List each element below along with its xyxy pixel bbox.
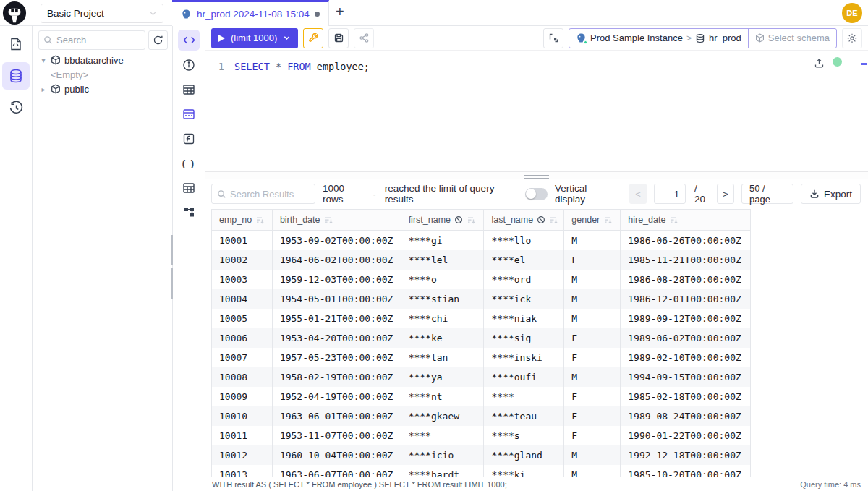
table-cell[interactable]: 1963-06-07T00:00:00Z xyxy=(273,465,401,477)
tab-dependencies[interactable] xyxy=(178,202,200,223)
table-cell[interactable]: M xyxy=(564,367,621,387)
tab-tables[interactable] xyxy=(178,79,200,100)
sql-editor[interactable]: 1 SELECT * FROM employee; xyxy=(205,51,868,171)
sidebar-item-database[interactable] xyxy=(2,62,30,90)
table-cell[interactable]: F xyxy=(564,426,621,445)
table-cell[interactable]: M xyxy=(564,289,621,309)
sort-icon[interactable] xyxy=(255,215,265,225)
table-cell[interactable]: M xyxy=(564,309,621,328)
table-cell[interactable]: 10001 xyxy=(212,231,273,250)
table-cell[interactable]: ****ki xyxy=(484,465,564,477)
page-number-input[interactable] xyxy=(654,184,686,204)
sidebar-item-history[interactable] xyxy=(2,94,30,121)
table-cell[interactable]: 10012 xyxy=(212,445,273,465)
table-cell[interactable]: 10005 xyxy=(212,309,273,328)
table-cell[interactable]: 1986-12-01T00:00:00Z xyxy=(621,289,751,309)
table-cell[interactable]: 1989-06-02T00:00:00Z xyxy=(621,328,751,348)
caret-down-icon[interactable]: ▾ xyxy=(40,56,47,64)
table-cell[interactable]: 10002 xyxy=(212,250,273,270)
table-cell[interactable]: ****ick xyxy=(484,289,564,309)
new-tab-button[interactable]: + xyxy=(329,0,351,24)
table-cell[interactable]: F xyxy=(564,406,621,426)
table-cell[interactable]: 1989-08-24T00:00:00Z xyxy=(621,406,751,426)
next-page-button[interactable]: > xyxy=(717,184,734,204)
table-cell[interactable]: 1958-02-19T00:00:00Z xyxy=(273,367,401,387)
table-cell[interactable]: ****icio xyxy=(401,445,485,465)
table-cell[interactable]: ****ord xyxy=(484,270,564,289)
table-cell[interactable]: ****sig xyxy=(484,328,564,348)
instance-database-selector[interactable]: Prod Sample Instance > hr_prod xyxy=(569,33,748,43)
column-header-birth_date[interactable]: birth_date xyxy=(273,210,401,230)
table-cell[interactable]: 1989-02-10T00:00:00Z xyxy=(621,348,751,367)
column-header-hire_date[interactable]: hire_date xyxy=(621,210,751,230)
table-cell[interactable]: ****oufi xyxy=(484,367,564,387)
table-cell[interactable]: 1992-12-18T00:00:00Z xyxy=(621,445,751,465)
table-cell[interactable]: ****tan xyxy=(401,348,485,367)
table-cell[interactable]: ****ya xyxy=(401,367,485,387)
upload-sheet-icon[interactable] xyxy=(814,58,825,69)
table-cell[interactable]: 1964-06-02T00:00:00Z xyxy=(273,250,401,270)
table-cell[interactable]: 1985-11-21T00:00:00Z xyxy=(621,250,751,270)
table-cell[interactable]: 10008 xyxy=(212,367,273,387)
table-cell[interactable]: F xyxy=(564,387,621,406)
tree-item-bbdataarchive[interactable]: ▾ bbdataarchive xyxy=(33,53,172,67)
column-header-gender[interactable]: gender xyxy=(564,210,621,230)
sort-icon[interactable] xyxy=(603,215,613,225)
table-cell[interactable]: 1959-12-03T00:00:00Z xyxy=(273,270,401,289)
tab-sql-editor[interactable] xyxy=(178,30,200,51)
table-cell[interactable]: M xyxy=(564,445,621,465)
editor-results-divider[interactable] xyxy=(205,171,868,179)
table-cell[interactable]: 10004 xyxy=(212,289,273,309)
table-cell[interactable]: 1963-06-01T00:00:00Z xyxy=(273,406,401,426)
tree-search-input[interactable] xyxy=(56,35,122,46)
panel-resize-handle[interactable] xyxy=(171,235,176,265)
tree-item-public[interactable]: ▸ public xyxy=(33,82,172,96)
tab-info[interactable] xyxy=(178,54,200,75)
table-cell[interactable]: 1957-05-23T00:00:00Z xyxy=(273,348,401,367)
column-header-first_name[interactable]: first_name xyxy=(401,210,485,230)
format-sql-button[interactable] xyxy=(543,28,563,48)
table-cell[interactable]: ****inski xyxy=(484,348,564,367)
table-cell[interactable]: ****stian xyxy=(401,289,485,309)
column-header-emp_no[interactable]: emp_no xyxy=(212,210,273,230)
table-cell[interactable]: 1989-09-12T00:00:00Z xyxy=(621,309,751,328)
sort-icon[interactable] xyxy=(669,215,678,225)
table-cell[interactable]: 1985-10-20T00:00:00Z xyxy=(621,465,751,477)
sort-icon[interactable] xyxy=(324,215,333,225)
table-cell[interactable]: ****lel xyxy=(401,250,485,270)
project-selector[interactable]: Basic Project xyxy=(41,4,163,23)
table-cell[interactable]: ****niak xyxy=(484,309,564,328)
table-cell[interactable]: 1990-01-22T00:00:00Z xyxy=(621,426,751,445)
table-cell[interactable]: ****ke xyxy=(401,328,485,348)
fix-query-button[interactable] xyxy=(303,28,323,48)
table-cell[interactable]: **** xyxy=(401,426,485,445)
avatar[interactable]: DE xyxy=(842,3,862,23)
table-cell[interactable]: 1986-06-26T00:00:00Z xyxy=(621,231,751,250)
divider-handle[interactable] xyxy=(524,174,549,179)
tab-external-tables[interactable] xyxy=(178,177,200,198)
sort-icon[interactable] xyxy=(467,215,476,225)
table-cell[interactable]: F xyxy=(564,328,621,348)
table-cell[interactable]: ****o xyxy=(401,270,485,289)
table-cell[interactable]: F xyxy=(564,348,621,367)
table-cell[interactable]: ****gkaew xyxy=(401,406,485,426)
tab-hr-prod[interactable]: hr_prod 2024-11-08 15:04 xyxy=(172,0,329,26)
schema-selector[interactable]: Select schema xyxy=(748,29,836,48)
table-cell[interactable]: 1954-05-01T00:00:00Z xyxy=(273,289,401,309)
sort-icon[interactable] xyxy=(549,215,558,225)
table-cell[interactable]: 1986-08-28T00:00:00Z xyxy=(621,270,751,289)
table-cell[interactable]: **** xyxy=(484,387,564,406)
table-cell[interactable]: 10009 xyxy=(212,387,273,406)
table-cell[interactable]: 10010 xyxy=(212,406,273,426)
export-button[interactable]: Export xyxy=(801,184,861,204)
results-search[interactable] xyxy=(211,184,315,204)
table-cell[interactable]: 10003 xyxy=(212,270,273,289)
settings-button[interactable] xyxy=(842,28,862,48)
results-search-input[interactable] xyxy=(230,189,310,200)
table-cell[interactable]: 1960-10-04T00:00:00Z xyxy=(273,445,401,465)
sidebar-item-worksheet[interactable] xyxy=(2,30,30,58)
tab-procedures[interactable]: ( ) xyxy=(178,153,200,174)
table-cell[interactable]: 1994-09-15T00:00:00Z xyxy=(621,367,751,387)
table-cell[interactable]: 1953-11-07T00:00:00Z xyxy=(273,426,401,445)
table-cell[interactable]: ****nt xyxy=(401,387,485,406)
